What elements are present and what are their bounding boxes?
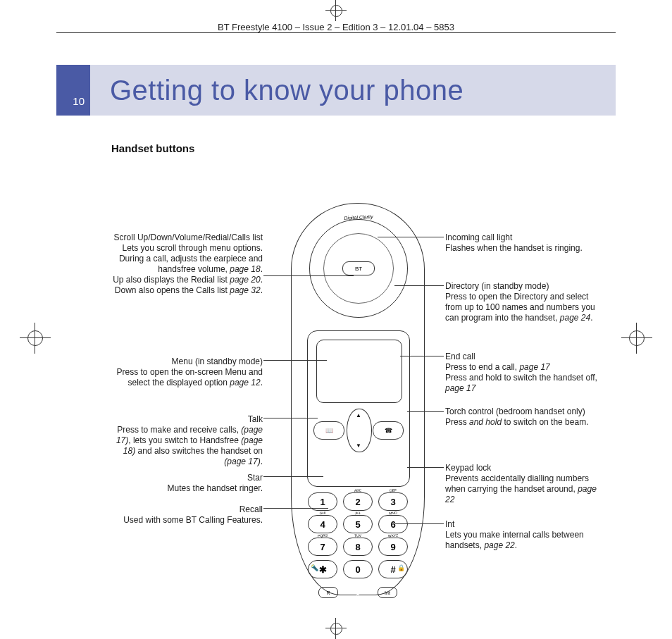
callout-body: Flashes when the handset is ringing. [445, 243, 604, 254]
page-title: Getting to know your phone [90, 65, 616, 116]
callout-body: Mutes the handset ringer. [111, 483, 263, 494]
bottom-button-row: R Int [318, 587, 397, 598]
leader-line [400, 356, 444, 356]
keypad-key: 4GHI [308, 515, 337, 533]
leader-line [394, 285, 444, 286]
lock-icon: 🔒 [397, 564, 405, 571]
registration-mark-right [621, 323, 652, 354]
torch-icon: 🔦 [311, 564, 318, 571]
callout: IntLets you make internal calls between … [445, 519, 604, 551]
callout-title: End call [445, 352, 604, 362]
leader-line [263, 360, 327, 361]
keypad: 12ABC3DEF4GHI5JKL6MNO7PQRS8TUV9WXYZ✱0# [307, 492, 409, 578]
callout-title: Recall [111, 504, 263, 515]
registration-mark-left [20, 323, 51, 354]
keypad-key: 7PQRS [308, 538, 337, 556]
callout-body: Lets you scroll through menu options.Dur… [111, 243, 263, 296]
callout-title: Star [111, 473, 263, 483]
callout-body: Lets you make internal calls between han… [445, 530, 604, 551]
callout: End callPress to end a call, page 17Pres… [445, 352, 604, 394]
keypad-key: 8TUV [343, 538, 373, 556]
keypad-key: 6MNO [378, 515, 408, 533]
document-header-meta: BT Freestyle 4100 – Issue 2 – Edition 3 … [0, 22, 672, 32]
end-call-softkey: ☎ [373, 421, 404, 440]
callout: Directory (in standby mode)Press to open… [445, 281, 604, 323]
keypad-key: 3DEF [378, 492, 408, 511]
callout: Incoming call lightFlashes when the hand… [445, 232, 604, 254]
callout-title: Talk [111, 414, 263, 425]
callout: Keypad lockPrevents accidentally diallin… [445, 463, 604, 505]
section-heading: Handset buttons [111, 142, 194, 154]
callout: RecallUsed with some BT Calling Features… [111, 504, 263, 526]
bt-logo: BT [342, 261, 375, 275]
leader-line [378, 237, 444, 237]
screen [316, 340, 402, 403]
recall-button: R [318, 587, 338, 598]
leader-line [263, 275, 354, 276]
callout-title: Scroll Up/Down/Volume/Redial/Calls list [111, 232, 263, 243]
callout-title: Menu (in standby mode) [111, 356, 263, 367]
callout: Menu (in standby mode)Press to open the … [111, 356, 263, 388]
callout-title: Keypad lock [445, 463, 604, 473]
keypad-key: 5JKL [343, 515, 373, 533]
int-button: Int [378, 587, 397, 598]
callout: Scroll Up/Down/Volume/Redial/Calls listL… [111, 232, 263, 296]
leader-line [407, 467, 444, 468]
keypad-key: 0 [343, 560, 373, 578]
callout-body: Press to end a call, page 17Press and ho… [445, 362, 604, 394]
callout-title: Int [445, 519, 604, 530]
callout-body: Press to make and receive calls, (page 1… [111, 425, 263, 467]
leader-line [263, 418, 318, 418]
leader-line [407, 411, 444, 412]
callout-body: Press and hold to switch on the beam. [445, 417, 604, 428]
face-panel: 📖 ☎ [307, 330, 410, 487]
callout-title: Directory (in standby mode) [445, 281, 604, 292]
menu-softkey: 📖 [313, 421, 344, 440]
speaker-grill-icon [351, 589, 365, 596]
keypad-key: 9WXYZ [378, 538, 408, 556]
leader-line [263, 476, 323, 477]
callout-body: Press to open the on-screen Menu and sel… [111, 367, 263, 388]
leader-line [263, 508, 328, 509]
callout-body: Used with some BT Calling Features. [111, 515, 263, 526]
handset-illustration: Digital Clarity BT 📖 ☎ 12ABC3DEF4GHI5JKL… [291, 203, 425, 596]
callout-title: Incoming call light [445, 232, 604, 243]
callout: TalkPress to make and receive calls, (pa… [111, 414, 263, 467]
keypad-key: 2ABC [343, 492, 373, 511]
callout: Torch control (bedroom handset only)Pres… [445, 407, 604, 428]
callout-body: Prevents accidentally dialling numbers w… [445, 473, 604, 505]
horizontal-rule [56, 32, 616, 33]
callout-title: Torch control (bedroom handset only) [445, 407, 604, 417]
callout: StarMutes the handset ringer. [111, 473, 263, 494]
leader-line [394, 523, 444, 524]
page-number-tab: 10 [56, 65, 90, 116]
scroll-rocker [347, 409, 372, 452]
callout-body: Press to open the Directory and select f… [445, 292, 604, 323]
crop-mark-bottom [325, 618, 347, 639]
crop-mark-top [325, 0, 347, 21]
